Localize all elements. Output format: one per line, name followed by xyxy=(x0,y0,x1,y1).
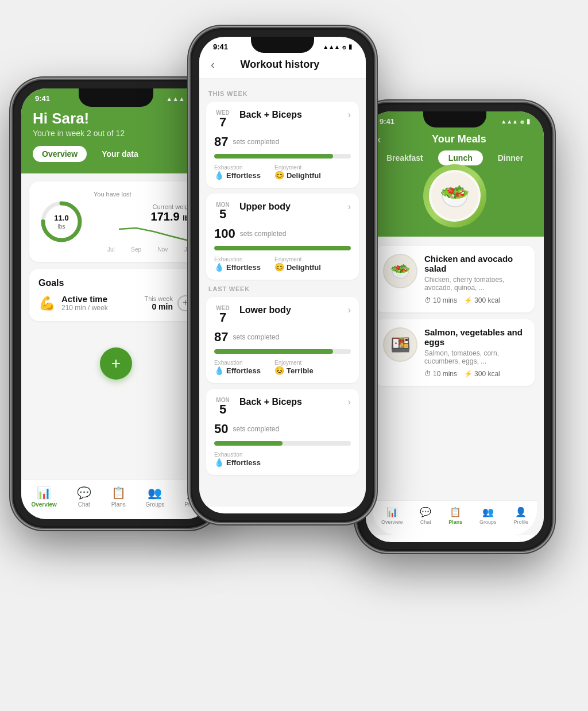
workout-screen: 9:41 ▲▲▲ ⌾ ▮ ‹ Workout history xyxy=(199,37,366,513)
last-week-label: LAST WEEK xyxy=(208,285,359,292)
workout-pct-2: 87 xyxy=(214,330,228,345)
notch-left xyxy=(79,88,153,107)
tab-your-data[interactable]: Your data xyxy=(92,146,148,162)
goals-title: Goals xyxy=(38,278,194,288)
status-icons-right: ▲▲▲ ⌾ ▮ xyxy=(501,118,530,125)
workout-name-area-1: Upper body xyxy=(239,202,348,212)
enjoyment-emoji-1: 😊 xyxy=(274,262,284,272)
subtitle-text: You're in week 2 out of 12 xyxy=(33,129,199,138)
workout-progress-0: 87 sets completed xyxy=(214,134,351,149)
nav-r-groups[interactable]: 👥 Groups xyxy=(479,507,497,525)
clock-icon-0: ⏱ xyxy=(424,296,431,304)
pct-label-1: sets completed xyxy=(240,230,287,238)
goal-right: This week 0 min + xyxy=(144,295,194,311)
weight-lost-label: You have lost xyxy=(94,191,194,198)
current-weight-label: Current weight xyxy=(152,203,194,210)
workout-progress-3: 50 sets completed xyxy=(214,422,351,436)
overview-header: Hi Sara! You're in week 2 out of 12 Over… xyxy=(21,105,211,173)
progress-fill-0 xyxy=(214,154,333,159)
enjoyment-emoji-2: 😣 xyxy=(274,366,284,375)
time-left: 9:41 xyxy=(35,94,50,103)
lightning-icon-0: ⚡ xyxy=(464,296,473,304)
workout-card-header-0: WED 7 Back + Biceps › xyxy=(214,110,351,129)
phone-inner-mid: 9:41 ▲▲▲ ⌾ ▮ ‹ Workout history xyxy=(192,30,373,520)
workout-date-3: MON 5 xyxy=(214,397,231,416)
phone-workout: 9:41 ▲▲▲ ⌾ ▮ ‹ Workout history xyxy=(191,28,374,522)
nav-r-overview-label: Overview xyxy=(381,519,403,525)
nav-chat[interactable]: 💬 Chat xyxy=(77,486,91,508)
day-num-1: 5 xyxy=(219,208,226,221)
workout-body: THIS WEEK WED 7 Back + Biceps xyxy=(199,79,366,507)
weight-circle: 11.0 lbs xyxy=(38,199,84,245)
goals-card: Goals 💪 Active time 210 min / week xyxy=(29,269,203,321)
back-button-workout[interactable]: ‹ xyxy=(211,58,215,71)
nav-r-plans[interactable]: 📋 Plans xyxy=(448,507,462,525)
nav-r-overview-icon: 📊 xyxy=(386,507,398,517)
nav-groups[interactable]: 👥 Groups xyxy=(146,486,165,508)
battery-icon-mid: ▮ xyxy=(349,43,352,51)
nav-r-chat[interactable]: 💬 Chat xyxy=(420,507,431,525)
workout-date-0: WED 7 xyxy=(214,110,231,129)
nav-r-profile[interactable]: 👤 Profile xyxy=(513,507,528,525)
fab-add-button[interactable]: + xyxy=(100,347,132,380)
nav-overview[interactable]: 📊 Overview xyxy=(31,486,56,508)
workout-name-area-3: Back + Biceps xyxy=(239,397,348,407)
enjoyment-val-1: Delightful xyxy=(287,263,321,272)
back-button-meals[interactable]: ‹ xyxy=(377,133,381,146)
exhaustion-3: Exhaustion 💧 Effortless xyxy=(214,451,261,467)
workout-card-header-1: MON 5 Upper body › xyxy=(214,202,351,221)
workout-card-2[interactable]: WED 7 Lower body › 87 sets complete xyxy=(206,297,359,383)
meal-card-0[interactable]: 🥗 Chicken and avocado salad Chicken, che… xyxy=(375,246,535,312)
hero-image-area: 🥗 xyxy=(377,164,532,227)
goal-row-active-time: 💪 Active time 210 min / week Thi xyxy=(38,294,194,312)
exhaustion-emoji-1: 💧 xyxy=(214,262,224,272)
exhaustion-val-2: Effortless xyxy=(226,366,261,375)
nav-plans[interactable]: 📋 Plans xyxy=(111,486,126,508)
workout-name-3: Back + Biceps xyxy=(239,397,302,407)
progress-track-0 xyxy=(214,154,351,159)
tab-overview[interactable]: Overview xyxy=(33,146,87,162)
bottom-nav-right: 📊 Overview 💬 Chat 📋 Plans 👥 xyxy=(373,500,537,535)
workout-name-2: Lower body xyxy=(239,305,291,315)
workout-card-header-3: MON 5 Back + Biceps › xyxy=(214,397,351,416)
time-right: 9:41 xyxy=(380,117,394,126)
nav-r-groups-label: Groups xyxy=(479,519,497,525)
phones-container: 9:41 ▲▲▲ ⌾ ▮ Hi Sara! You're in week 2 o… xyxy=(7,11,581,700)
meals-screen: 9:41 ▲▲▲ ⌾ ▮ ‹ Your Meals xyxy=(366,111,544,542)
exhaustion-1: Exhaustion 💧 Effortless xyxy=(214,256,261,272)
workout-header: ‹ Workout history xyxy=(199,53,366,79)
nav-r-plans-icon: 📋 xyxy=(450,507,461,517)
nav-r-plans-label: Plans xyxy=(448,519,462,525)
meal-image-1: 🍱 xyxy=(383,327,417,362)
tab-lunch[interactable]: Lunch xyxy=(438,150,483,165)
nav-r-overview[interactable]: 📊 Overview xyxy=(381,507,403,525)
workout-date-2: WED 7 xyxy=(214,305,231,324)
workout-card-0[interactable]: WED 7 Back + Biceps › 87 sets compl xyxy=(206,102,359,188)
progress-fill-1 xyxy=(214,246,351,250)
exhaustion-val-0: Effortless xyxy=(226,171,261,180)
meal-card-1[interactable]: 🍱 Salmon, vegetables and eggs Salmon, to… xyxy=(375,319,535,386)
meal-emoji-0: 🥗 xyxy=(390,262,411,281)
meal-image-0: 🥗 xyxy=(383,254,417,288)
hero-plate: 🥗 xyxy=(429,170,481,222)
hero-food-image: 🥗 xyxy=(423,164,486,227)
goal-week-label: This week xyxy=(144,295,173,302)
exhaustion-2: Exhaustion 💧 Effortless xyxy=(214,360,261,375)
workout-meta-1: Exhaustion 💧 Effortless Enjoyment xyxy=(214,256,351,272)
clock-icon-1: ⏱ xyxy=(424,370,431,378)
weight-info: You have lost Current weight 171.9 lbs xyxy=(94,191,194,253)
workout-card-3[interactable]: MON 5 Back + Biceps › 50 sets compl xyxy=(206,389,359,475)
meal-cal-0: ⚡ 300 kcal xyxy=(464,296,500,304)
nav-r-chat-label: Chat xyxy=(420,519,431,525)
meals-header: ‹ Your Meals Breakfast Lunch Dinner 🥗 xyxy=(366,128,544,237)
mini-chart xyxy=(119,223,194,244)
meals-nav: ‹ Your Meals xyxy=(377,133,532,146)
meal-time-1: ⏱ 10 mins xyxy=(424,370,457,378)
nav-overview-label: Overview xyxy=(31,501,56,508)
meal-stats-1: ⏱ 10 mins ⚡ 300 kcal xyxy=(424,370,527,378)
pct-label-0: sets completed xyxy=(233,138,279,146)
workout-card-1[interactable]: MON 5 Upper body › 100 sets complet xyxy=(206,194,359,280)
tab-breakfast[interactable]: Breakfast xyxy=(376,150,434,165)
enjoyment-2: Enjoyment 😣 Terrible xyxy=(274,360,314,375)
tab-dinner[interactable]: Dinner xyxy=(488,150,533,165)
